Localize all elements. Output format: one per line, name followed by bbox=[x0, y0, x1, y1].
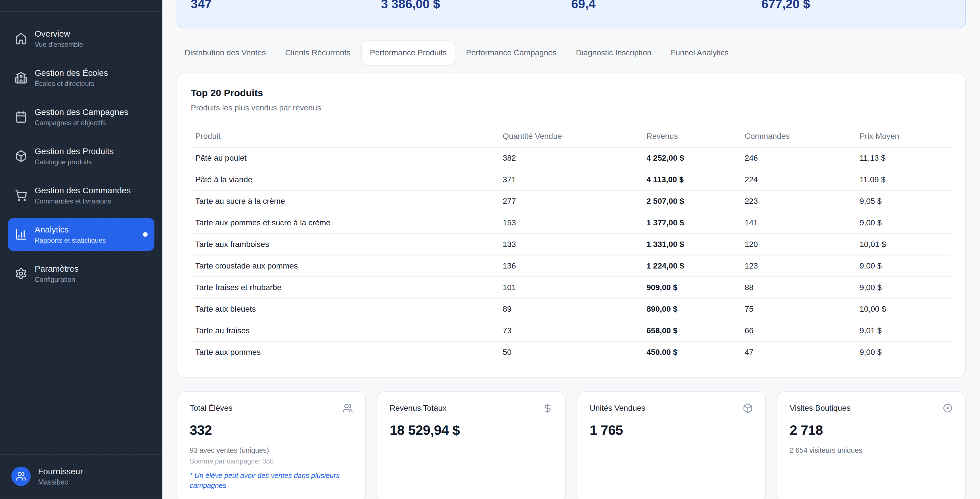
dollar-icon bbox=[542, 403, 553, 413]
sidebar-item-gestion-des-ecoles[interactable]: Gestion des ÉcolesÉcoles et directeurs bbox=[8, 61, 154, 94]
cell-revenus: 2 507,00 $ bbox=[642, 191, 740, 212]
school-icon bbox=[15, 72, 27, 84]
cell-commandes: 141 bbox=[740, 212, 855, 234]
cell-revenus: 4 252,00 $ bbox=[642, 147, 740, 169]
cell-commandes: 88 bbox=[740, 277, 855, 298]
sidebar-footer-profile: Fournisseur Massibec bbox=[0, 454, 162, 499]
sidebar-item-gestion-des-campagnes[interactable]: Gestion des CampagnesCampagnes et object… bbox=[8, 100, 154, 133]
sidebar-header bbox=[0, 0, 162, 12]
cell-quantite: 50 bbox=[498, 342, 642, 363]
cell-commandes: 120 bbox=[740, 234, 855, 255]
sidebar-item-sublabel: Rapports et statistiques bbox=[35, 236, 106, 245]
tab-funnel-analytics[interactable]: Funnel Analytics bbox=[663, 41, 737, 65]
analytics-tabs: Distribution des VentesClients Récurrent… bbox=[177, 41, 966, 65]
kpi-title: Unités Vendues bbox=[590, 403, 645, 413]
kpi-title: Total Élèves bbox=[189, 403, 232, 413]
table-row: Tarte au sucre à la crème2772 507,00 $22… bbox=[191, 191, 951, 212]
tab-diagnostic-inscription[interactable]: Diagnostic Inscription bbox=[568, 41, 660, 65]
cell-commandes: 246 bbox=[740, 147, 855, 169]
main-content: 3473 386,00 $69,4677,20 $ Distribution d… bbox=[162, 0, 980, 499]
kpi-card-total-eleves: Total Élèves 332 93 avec ventes (uniques… bbox=[177, 391, 366, 499]
sidebar-item-sublabel: Configuration bbox=[35, 275, 79, 284]
sidebar-item-gestion-des-commandes[interactable]: Gestion des CommandesCommandes et livrai… bbox=[8, 179, 154, 212]
kpi-value: 1 765 bbox=[590, 422, 753, 438]
bar-chart-icon bbox=[15, 228, 27, 241]
sidebar-item-sublabel: Commandes et livraisons bbox=[35, 197, 131, 205]
card-subtitle: Produits les plus vendus par revenus bbox=[191, 103, 951, 113]
avatar bbox=[11, 467, 31, 486]
cell-produit: Tarte fraises et rhubarbe bbox=[191, 277, 498, 298]
cell-produit: Tarte aux pommes bbox=[191, 342, 498, 363]
kpi-card-revenus-totaux: Revenus Totaux 18 529,94 $ bbox=[377, 391, 566, 499]
cell-quantite: 136 bbox=[498, 255, 642, 277]
cell-produit: Tarte croustade aux pommes bbox=[191, 255, 498, 277]
cell-quantite: 371 bbox=[498, 169, 642, 191]
sidebar-item-analytics[interactable]: AnalyticsRapports et statistiques bbox=[8, 218, 154, 251]
gear-icon bbox=[15, 267, 27, 280]
table-row: Tarte au fraises73658,00 $669,01 $ bbox=[191, 320, 951, 342]
cart-icon bbox=[15, 189, 27, 202]
sidebar-item-parametres[interactable]: ParamètresConfiguration bbox=[8, 257, 154, 290]
cell-revenus: 890,00 $ bbox=[642, 298, 740, 320]
users-icon bbox=[343, 403, 353, 413]
sidebar-item-overview[interactable]: OverviewVue d'ensemble bbox=[8, 22, 154, 55]
tab-distribution-des-ventes[interactable]: Distribution des Ventes bbox=[177, 41, 274, 65]
cell-prix-moyen: 11,13 $ bbox=[855, 147, 951, 169]
cell-prix-moyen: 9,00 $ bbox=[855, 342, 951, 363]
products-table: Produit Quantité Vendue Revenus Commande… bbox=[191, 127, 951, 363]
cell-revenus: 909,00 $ bbox=[642, 277, 740, 298]
cell-commandes: 47 bbox=[740, 342, 855, 363]
tab-performance-produits[interactable]: Performance Produits bbox=[362, 41, 455, 65]
top-stat-value: 347 bbox=[191, 0, 381, 11]
cell-commandes: 75 bbox=[740, 298, 855, 320]
top-stat-value: 3 386,00 $ bbox=[381, 0, 571, 11]
sidebar-item-sublabel: Vue d'ensemble bbox=[35, 40, 83, 49]
package-icon bbox=[15, 150, 27, 162]
cell-revenus: 1 331,00 $ bbox=[642, 234, 740, 255]
home-icon bbox=[15, 32, 27, 45]
col-header-commandes: Commandes bbox=[740, 127, 855, 147]
sidebar-item-label: Gestion des Campagnes bbox=[35, 107, 128, 118]
kpi-value: 2 718 bbox=[790, 422, 953, 438]
cell-prix-moyen: 9,00 $ bbox=[855, 212, 951, 234]
table-header-row: Produit Quantité Vendue Revenus Commande… bbox=[191, 127, 951, 147]
cell-prix-moyen: 9,05 $ bbox=[855, 191, 951, 212]
active-indicator-dot bbox=[143, 232, 148, 237]
kpi-value: 332 bbox=[189, 422, 353, 438]
table-row: Tarte fraises et rhubarbe101909,00 $889,… bbox=[191, 277, 951, 298]
kpi-value: 18 529,94 $ bbox=[390, 422, 553, 438]
cell-revenus: 4 113,00 $ bbox=[642, 169, 740, 191]
cell-quantite: 153 bbox=[498, 212, 642, 234]
tab-performance-campagnes[interactable]: Performance Campagnes bbox=[458, 41, 565, 65]
kpi-card-unites-vendues: Unités Vendues 1 765 bbox=[577, 391, 766, 499]
kpi-card-visites-boutiques: Visites Boutiques 2 718 2 654 visiteurs … bbox=[777, 391, 966, 499]
cell-prix-moyen: 9,01 $ bbox=[855, 320, 951, 342]
kpi-subtext: 93 avec ventes (uniques) bbox=[189, 446, 353, 455]
cell-quantite: 382 bbox=[498, 147, 642, 169]
table-row: Tarte croustade aux pommes1361 224,00 $1… bbox=[191, 255, 951, 277]
profile-org: Massibec bbox=[38, 477, 83, 486]
cell-commandes: 223 bbox=[740, 191, 855, 212]
cell-produit: Tarte aux bleuets bbox=[191, 298, 498, 320]
tab-clients-recurrents[interactable]: Clients Récurrents bbox=[277, 41, 358, 65]
table-row: Tarte aux pommes et sucre à la crème1531… bbox=[191, 212, 951, 234]
cell-produit: Tarte aux framboises bbox=[191, 234, 498, 255]
cell-quantite: 89 bbox=[498, 298, 642, 320]
sidebar-item-label: Gestion des Produits bbox=[35, 146, 113, 157]
calendar-icon bbox=[15, 111, 27, 123]
profile-role: Fournisseur bbox=[38, 466, 83, 477]
cell-commandes: 66 bbox=[740, 320, 855, 342]
sidebar-nav: OverviewVue d'ensembleGestion des Écoles… bbox=[0, 12, 162, 454]
table-row: Tarte aux framboises1331 331,00 $12010,0… bbox=[191, 234, 951, 255]
kpi-subtext-secondary: Somme par campagne: 355 bbox=[189, 457, 353, 466]
top-products-card: Top 20 Produits Produits les plus vendus… bbox=[177, 73, 966, 378]
sidebar-item-gestion-des-produits[interactable]: Gestion des ProduitsCatalogue produits bbox=[8, 140, 154, 173]
package-icon bbox=[743, 403, 753, 413]
sidebar-item-sublabel: Campagnes et objectifs bbox=[35, 119, 128, 127]
top-stat-value: 69,4 bbox=[571, 0, 761, 11]
cell-produit: Tarte au sucre à la crème bbox=[191, 191, 498, 212]
sidebar-item-label: Analytics bbox=[35, 224, 106, 235]
cell-revenus: 1 224,00 $ bbox=[642, 255, 740, 277]
cell-prix-moyen: 11,09 $ bbox=[855, 169, 951, 191]
table-row: Tarte aux bleuets89890,00 $7510,00 $ bbox=[191, 298, 951, 320]
